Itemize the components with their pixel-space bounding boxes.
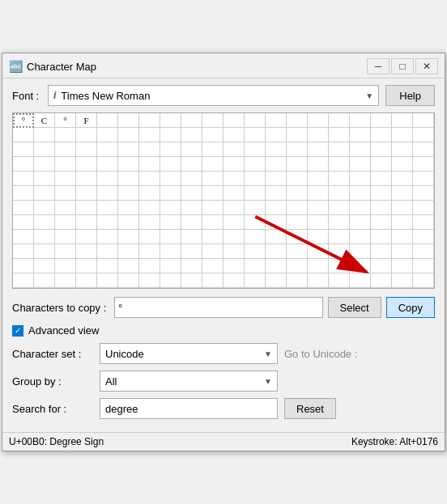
char-cell[interactable] <box>181 215 202 230</box>
char-cell[interactable] <box>160 273 181 288</box>
char-cell[interactable] <box>181 186 202 201</box>
char-cell[interactable] <box>329 215 350 230</box>
select-button[interactable]: Select <box>328 297 381 318</box>
char-cell[interactable] <box>181 230 202 244</box>
char-cell[interactable] <box>97 186 118 201</box>
char-cell[interactable] <box>118 128 139 142</box>
char-cell[interactable] <box>13 128 34 142</box>
char-cell[interactable] <box>350 244 371 259</box>
char-cell[interactable] <box>245 172 266 186</box>
char-cell[interactable] <box>202 157 224 172</box>
char-cell[interactable] <box>350 113 371 128</box>
char-cell[interactable] <box>76 142 97 157</box>
char-cell[interactable] <box>97 244 118 259</box>
char-cell[interactable] <box>413 201 434 215</box>
char-cell[interactable] <box>97 172 118 186</box>
char-cell[interactable] <box>329 244 350 259</box>
char-cell[interactable]: ° <box>55 113 76 128</box>
char-cell[interactable] <box>118 273 139 288</box>
char-cell[interactable] <box>392 230 413 244</box>
char-cell[interactable] <box>160 230 181 244</box>
char-cell[interactable] <box>329 273 350 288</box>
char-cell[interactable] <box>224 230 245 244</box>
char-cell[interactable] <box>160 215 181 230</box>
reset-button[interactable]: Reset <box>284 398 336 419</box>
char-cell[interactable] <box>76 128 97 142</box>
char-cell[interactable] <box>118 244 139 259</box>
char-cell[interactable] <box>266 186 287 201</box>
char-cell[interactable] <box>139 142 160 157</box>
char-cell[interactable] <box>224 244 245 259</box>
char-cell[interactable] <box>97 259 118 273</box>
group-by-select[interactable]: All ▼ <box>100 371 278 392</box>
char-cell[interactable] <box>34 230 55 244</box>
char-cell[interactable] <box>139 201 160 215</box>
char-cell[interactable] <box>55 142 76 157</box>
char-cell[interactable] <box>413 244 434 259</box>
char-cell[interactable]: C <box>34 113 55 128</box>
char-cell[interactable] <box>55 259 76 273</box>
char-cell[interactable] <box>329 157 350 172</box>
char-cell[interactable] <box>202 273 224 288</box>
char-cell[interactable] <box>224 128 245 142</box>
help-button[interactable]: Help <box>385 85 435 106</box>
char-cell[interactable] <box>350 215 371 230</box>
char-cell[interactable] <box>55 230 76 244</box>
char-cell[interactable] <box>392 128 413 142</box>
char-cell[interactable] <box>76 201 97 215</box>
char-cell[interactable] <box>329 230 350 244</box>
char-cell[interactable] <box>160 113 181 128</box>
char-cell[interactable] <box>202 201 224 215</box>
char-cell[interactable] <box>224 113 245 128</box>
char-cell[interactable] <box>308 215 329 230</box>
char-cell[interactable] <box>350 142 371 157</box>
char-cell[interactable] <box>413 230 434 244</box>
char-cell[interactable] <box>76 172 97 186</box>
char-cell[interactable] <box>392 273 413 288</box>
char-cell[interactable] <box>371 230 392 244</box>
char-cell[interactable] <box>350 128 371 142</box>
char-cell[interactable] <box>266 157 287 172</box>
char-cell[interactable] <box>160 128 181 142</box>
char-cell[interactable] <box>329 186 350 201</box>
char-cell[interactable] <box>97 113 118 128</box>
char-cell[interactable] <box>329 128 350 142</box>
char-cell[interactable] <box>160 172 181 186</box>
char-cell[interactable] <box>350 273 371 288</box>
char-cell[interactable] <box>371 201 392 215</box>
char-cell[interactable] <box>266 172 287 186</box>
char-cell[interactable] <box>245 186 266 201</box>
char-cell[interactable] <box>329 113 350 128</box>
char-cell[interactable] <box>224 215 245 230</box>
char-cell[interactable] <box>181 259 202 273</box>
char-cell[interactable] <box>97 215 118 230</box>
char-cell[interactable] <box>392 215 413 230</box>
minimize-button[interactable]: ─ <box>367 58 390 74</box>
char-cell[interactable] <box>34 244 55 259</box>
char-cell[interactable] <box>287 244 308 259</box>
char-cell[interactable] <box>34 186 55 201</box>
search-input[interactable] <box>100 398 278 419</box>
char-cell[interactable] <box>308 186 329 201</box>
char-cell[interactable] <box>55 201 76 215</box>
char-cell[interactable] <box>97 201 118 215</box>
char-cell[interactable] <box>224 186 245 201</box>
char-cell[interactable] <box>76 273 97 288</box>
char-cell[interactable] <box>224 172 245 186</box>
char-cell[interactable] <box>13 259 34 273</box>
char-cell[interactable] <box>202 244 224 259</box>
char-cell[interactable] <box>202 230 224 244</box>
char-cell[interactable] <box>139 113 160 128</box>
char-cell[interactable] <box>266 201 287 215</box>
char-cell[interactable] <box>350 157 371 172</box>
char-cell[interactable] <box>266 259 287 273</box>
char-cell[interactable] <box>413 157 434 172</box>
char-cell[interactable] <box>181 142 202 157</box>
char-cell[interactable] <box>76 244 97 259</box>
char-cell[interactable] <box>13 230 34 244</box>
char-cell[interactable] <box>392 186 413 201</box>
char-cell[interactable] <box>392 157 413 172</box>
char-cell[interactable] <box>202 259 224 273</box>
char-cell[interactable] <box>350 172 371 186</box>
char-cell[interactable] <box>371 259 392 273</box>
